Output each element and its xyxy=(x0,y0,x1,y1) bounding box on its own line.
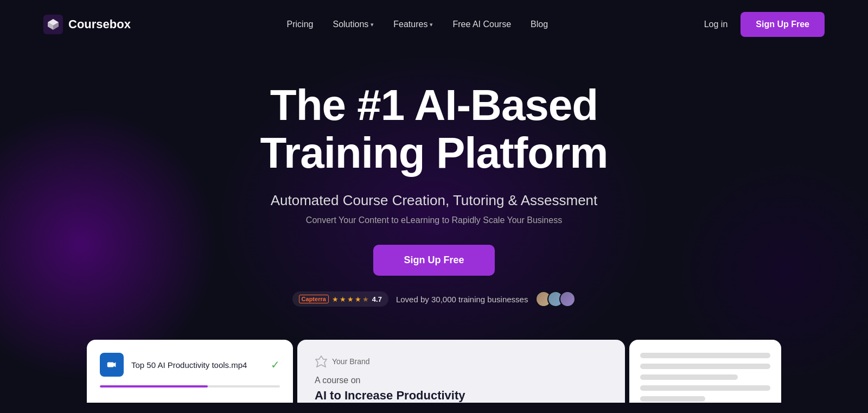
capterra-badge: Capterra ★ ★ ★ ★ ★ 4.7 xyxy=(292,291,388,307)
file-item: Top 50 AI Productivity tools.mp4 ✓ xyxy=(100,353,280,377)
nav-links: Pricing Solutions ▾ Features ▾ Free AI C… xyxy=(287,20,548,29)
content-line-2 xyxy=(640,364,770,369)
hero-subtitle: Automated Course Creation, Tutoring & As… xyxy=(271,192,598,209)
check-icon: ✓ xyxy=(271,358,280,371)
content-line-5 xyxy=(640,396,705,402)
star-4: ★ xyxy=(355,295,361,303)
logo-icon xyxy=(43,15,63,34)
nav-solutions[interactable]: Solutions ▾ xyxy=(333,20,374,29)
nav-signup-button[interactable]: Sign Up Free xyxy=(741,12,825,37)
hero-subtext: Convert Your Content to eLearning to Rap… xyxy=(306,215,562,225)
brand-diamond-icon xyxy=(315,355,328,368)
brand-label: Your Brand xyxy=(332,357,370,366)
solutions-chevron-icon: ▾ xyxy=(371,21,374,28)
card-course-preview: Your Brand A course on AI to Increase Pr… xyxy=(297,340,625,403)
content-line-3 xyxy=(640,374,738,380)
nav-free-ai-course[interactable]: Free AI Course xyxy=(452,20,511,29)
nav-blog[interactable]: Blog xyxy=(531,20,548,29)
progress-fill xyxy=(100,385,208,387)
file-name: Top 50 AI Productivity tools.mp4 xyxy=(131,360,263,370)
hero-signup-button[interactable]: Sign Up Free xyxy=(373,245,494,276)
svg-rect-1 xyxy=(107,362,114,367)
content-line-1 xyxy=(640,353,770,358)
logo-link[interactable]: Coursebox xyxy=(43,15,131,34)
progress-bar xyxy=(100,385,280,387)
brand-header: Your Brand xyxy=(315,355,608,368)
social-proof: Capterra ★ ★ ★ ★ ★ 4.7 Loved by 30,000 t… xyxy=(292,291,576,307)
card-content-lines xyxy=(629,340,781,403)
card-upload: Top 50 AI Productivity tools.mp4 ✓ xyxy=(87,340,293,403)
hero-section: The #1 AI-Based Training Platform Automa… xyxy=(0,49,868,307)
nav-features[interactable]: Features ▾ xyxy=(393,20,433,29)
star-3: ★ xyxy=(347,295,354,303)
capterra-rating: 4.7 xyxy=(372,295,382,303)
capterra-stars: ★ ★ ★ ★ ★ xyxy=(332,295,369,303)
course-title-preview: AI to Increase Productivity xyxy=(315,389,608,403)
hero-title: The #1 AI-Based Training Platform xyxy=(260,81,608,177)
nav-pricing[interactable]: Pricing xyxy=(287,20,314,29)
login-link[interactable]: Log in xyxy=(704,20,728,29)
star-2: ★ xyxy=(340,295,346,303)
social-proof-text: Loved by 30,000 training businesses xyxy=(396,295,528,304)
content-lines xyxy=(640,353,770,402)
video-file-icon xyxy=(100,353,124,377)
cards-preview: Top 50 AI Productivity tools.mp4 ✓ Your … xyxy=(0,340,868,403)
star-5: ★ xyxy=(362,295,369,303)
content-line-4 xyxy=(640,385,770,391)
capterra-logo: Capterra xyxy=(299,295,329,303)
star-1: ★ xyxy=(332,295,339,303)
nav-actions: Log in Sign Up Free xyxy=(704,12,825,37)
navbar: Coursebox Pricing Solutions ▾ Features ▾… xyxy=(0,0,868,49)
course-label: A course on xyxy=(315,376,608,385)
features-chevron-icon: ▾ xyxy=(430,21,433,28)
logo-text: Coursebox xyxy=(68,17,131,31)
avatar-3 xyxy=(559,291,576,307)
avatar-group xyxy=(535,291,576,307)
